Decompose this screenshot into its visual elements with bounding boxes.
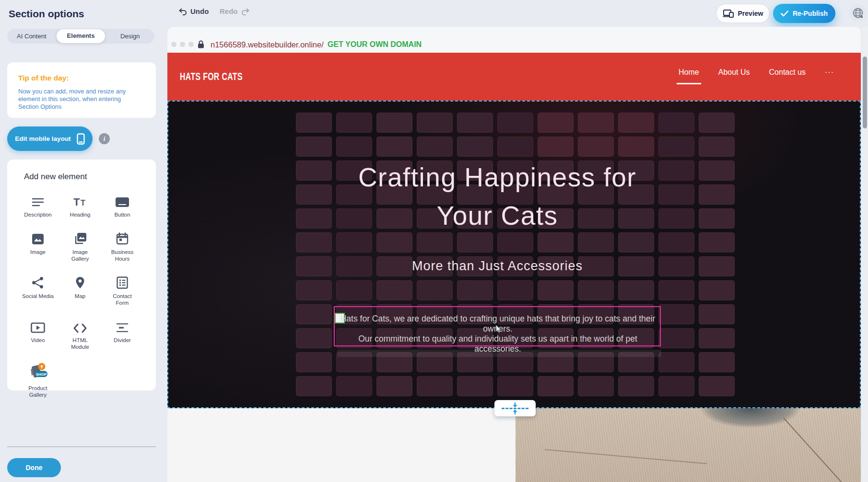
lock-icon xyxy=(198,40,204,48)
redo-icon xyxy=(241,8,250,15)
nav-item-home[interactable]: Home xyxy=(679,68,699,81)
tip-of-the-day-card: Tip of the day: Now you can add, move an… xyxy=(7,62,156,118)
language-globe-button[interactable] xyxy=(849,4,867,22)
tab-design[interactable]: Design xyxy=(106,30,154,43)
mobile-phone-icon xyxy=(77,133,85,145)
element-heading[interactable]: TT Heading xyxy=(60,193,100,218)
tab-elements[interactable]: Elements xyxy=(57,29,106,43)
check-icon xyxy=(781,11,788,17)
nav-item-about-us[interactable]: About Us xyxy=(718,68,750,81)
redo-label: Redo xyxy=(220,7,238,15)
devices-icon xyxy=(723,9,734,18)
add-new-element-title: Add new element xyxy=(24,172,87,182)
website-canvas: n1566589.websitebuilder.online/ GET YOUR… xyxy=(167,27,868,482)
arrow-down-icon xyxy=(512,402,518,408)
tab-ai-content[interactable]: AI Content xyxy=(7,30,56,43)
app-root: Section options Undo Redo Preview Re-Pub… xyxy=(0,0,868,482)
divider-icon xyxy=(116,319,129,333)
edit-mobile-layout-button[interactable]: Edit mobile layout xyxy=(7,126,93,151)
element-map[interactable]: Map xyxy=(60,275,100,306)
sidebar-tabs: AI Content Elements Design xyxy=(7,29,154,44)
element-contact-form[interactable]: Contact Form xyxy=(102,275,142,306)
image-gallery-icon xyxy=(73,230,87,245)
hero-subheading[interactable]: More than Just Accessories xyxy=(186,259,809,274)
button-icon xyxy=(115,193,129,207)
pavement-image xyxy=(516,408,861,482)
hero-section[interactable]: Crafting Happiness for Your Cats More th… xyxy=(167,101,861,408)
tip-title: Tip of the day: xyxy=(18,74,69,82)
element-button[interactable]: Button xyxy=(102,193,142,218)
redo-button[interactable]: Redo xyxy=(220,7,250,15)
business-hours-icon xyxy=(116,230,129,245)
heading-icon: TT xyxy=(73,193,87,207)
arrow-up-icon xyxy=(512,409,518,414)
social-media-icon xyxy=(32,275,44,289)
republish-label: Re-Publish xyxy=(793,10,828,17)
next-section[interactable] xyxy=(167,408,861,482)
preview-button[interactable]: Preview xyxy=(716,4,770,23)
get-domain-link[interactable]: GET YOUR OWN DOMAIN xyxy=(328,40,422,49)
republish-button[interactable]: Re-Publish xyxy=(773,4,835,23)
element-product-gallery[interactable]: SHOP Product Gallery xyxy=(18,363,58,398)
mouse-cursor-icon xyxy=(495,324,502,333)
done-button[interactable]: Done xyxy=(7,458,61,477)
element-description[interactable]: Description xyxy=(18,193,58,218)
undo-label: Undo xyxy=(190,7,209,15)
contact-form-icon xyxy=(117,275,128,289)
element-html-module[interactable]: HTML Module xyxy=(60,319,100,350)
video-icon xyxy=(31,319,45,333)
add-new-element-panel: Add new element Description TT Heading B… xyxy=(7,160,156,390)
browser-bar: n1566589.websitebuilder.online/ GET YOUR… xyxy=(167,27,861,53)
element-image-gallery[interactable]: Image Gallery xyxy=(60,230,100,262)
hero-description-text: Hats for Cats, we are dedicated to craft… xyxy=(340,314,656,354)
map-pin-icon xyxy=(75,275,85,289)
sidebar-divider xyxy=(7,447,156,447)
preview-label: Preview xyxy=(738,10,763,17)
undo-button[interactable]: Undo xyxy=(178,7,209,15)
description-icon xyxy=(31,193,45,207)
nav-item-contact-us[interactable]: Contact us xyxy=(769,68,806,81)
section-resize-handle[interactable] xyxy=(494,400,536,416)
edit-mobile-layout-label: Edit mobile layout xyxy=(15,135,70,142)
undo-icon xyxy=(178,8,187,15)
element-divider[interactable]: Divider xyxy=(102,319,142,350)
hero-heading[interactable]: Crafting Happiness for Your Cats xyxy=(186,158,809,235)
info-icon[interactable]: i xyxy=(99,133,110,144)
nav-more-button[interactable]: ··· xyxy=(825,68,834,81)
element-business-hours[interactable]: Business Hours xyxy=(102,230,142,262)
element-image[interactable]: Image xyxy=(18,230,58,262)
product-gallery-icon: SHOP xyxy=(27,363,49,381)
scrollbar-thumb[interactable] xyxy=(863,57,867,128)
tip-body: Now you can add, move and resize any ele… xyxy=(18,88,143,111)
svg-text:T: T xyxy=(73,196,80,207)
image-icon xyxy=(32,230,44,245)
element-video[interactable]: Video xyxy=(18,319,58,350)
browser-dots-icon xyxy=(171,42,194,47)
page-title: Section options xyxy=(9,8,84,20)
html-module-icon xyxy=(73,319,87,333)
svg-text:SHOP: SHOP xyxy=(36,372,47,377)
element-grid: Description TT Heading Button Image xyxy=(18,193,145,398)
site-url[interactable]: n1566589.websitebuilder.online/ xyxy=(211,40,324,49)
svg-text:T: T xyxy=(81,199,85,207)
site-nav: Home About Us Contact us ··· xyxy=(679,68,834,81)
element-social-media[interactable]: Social Media xyxy=(18,275,58,306)
site-logo[interactable]: HATS FOR CATS xyxy=(180,70,243,83)
scrollbar-track[interactable] xyxy=(862,27,868,482)
description-shadow-strip xyxy=(337,350,661,357)
site-header[interactable]: HATS FOR CATS Home About Us Contact us ·… xyxy=(167,53,861,101)
globe-icon xyxy=(852,7,864,19)
